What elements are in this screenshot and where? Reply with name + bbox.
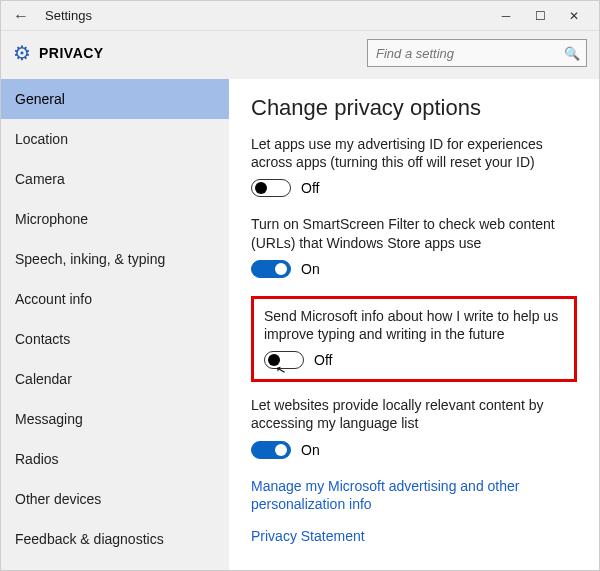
sidebar-item-feedback-diagnostics[interactable]: Feedback & diagnostics: [1, 519, 229, 559]
section-title: PRIVACY: [39, 45, 104, 61]
privacy-option: Let websites provide locally relevant co…: [251, 396, 577, 458]
toggle-switch[interactable]: [251, 179, 291, 197]
toggle-row: On: [251, 260, 577, 278]
search-icon: 🔍: [564, 46, 580, 61]
toggle-state-label: Off: [301, 180, 319, 196]
link-manage-my-microsoft-advertising-and-other-personalization-info[interactable]: Manage my Microsoft advertising and othe…: [251, 477, 577, 513]
titlebar: ← Settings ─ ☐ ✕: [1, 1, 599, 31]
content-heading: Change privacy options: [251, 95, 577, 121]
highlighted-option: Send Microsoft info about how I write to…: [251, 296, 577, 382]
sidebar-item-radios[interactable]: Radios: [1, 439, 229, 479]
toggle-knob: [275, 444, 287, 456]
sidebar-item-account-info[interactable]: Account info: [1, 279, 229, 319]
sidebar-item-messaging[interactable]: Messaging: [1, 399, 229, 439]
sidebar-item-contacts[interactable]: Contacts: [1, 319, 229, 359]
toggle-knob: [255, 182, 267, 194]
app-title: Settings: [45, 8, 92, 23]
option-description: Turn on SmartScreen Filter to check web …: [251, 215, 577, 251]
back-arrow-icon[interactable]: ←: [9, 7, 33, 25]
close-button[interactable]: ✕: [557, 5, 591, 27]
minimize-button[interactable]: ─: [489, 5, 523, 27]
toggle-switch[interactable]: [251, 441, 291, 459]
sidebar-item-general[interactable]: General: [1, 79, 229, 119]
toggle-row: On: [251, 441, 577, 459]
option-description: Let websites provide locally relevant co…: [251, 396, 577, 432]
sidebar-item-other-devices[interactable]: Other devices: [1, 479, 229, 519]
toggle-knob: [275, 263, 287, 275]
option-description: Let apps use my advertising ID for exper…: [251, 135, 577, 171]
section-header: ⚙ PRIVACY 🔍: [1, 31, 599, 79]
search-input[interactable]: [374, 45, 564, 62]
toggle-row: Off: [251, 179, 577, 197]
privacy-option: Turn on SmartScreen Filter to check web …: [251, 215, 577, 277]
sidebar-item-location[interactable]: Location: [1, 119, 229, 159]
toggle-switch[interactable]: [251, 260, 291, 278]
toggle-state-label: Off: [314, 352, 332, 368]
sidebar-item-camera[interactable]: Camera: [1, 159, 229, 199]
sidebar-item-speech-inking-typing[interactable]: Speech, inking, & typing: [1, 239, 229, 279]
option-description: Send Microsoft info about how I write to…: [264, 307, 564, 343]
content-pane: Change privacy options Let apps use my a…: [229, 79, 599, 571]
gear-icon: ⚙: [13, 41, 31, 65]
sidebar-item-microphone[interactable]: Microphone: [1, 199, 229, 239]
link-privacy-statement[interactable]: Privacy Statement: [251, 527, 577, 545]
sidebar: GeneralLocationCameraMicrophoneSpeech, i…: [1, 79, 229, 571]
window-controls: ─ ☐ ✕: [489, 5, 591, 27]
sidebar-item-background-apps[interactable]: Background apps: [1, 559, 229, 571]
maximize-button[interactable]: ☐: [523, 5, 557, 27]
sidebar-item-calendar[interactable]: Calendar: [1, 359, 229, 399]
toggle-row: Off: [264, 351, 564, 369]
toggle-state-label: On: [301, 261, 320, 277]
toggle-state-label: On: [301, 442, 320, 458]
privacy-option: Let apps use my advertising ID for exper…: [251, 135, 577, 197]
search-box[interactable]: 🔍: [367, 39, 587, 67]
